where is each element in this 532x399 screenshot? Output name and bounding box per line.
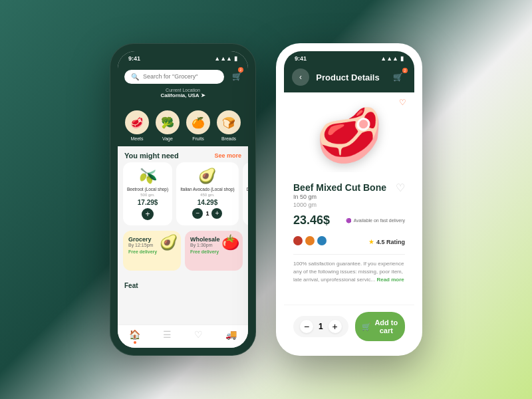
cart-button-2[interactable]: 🛒 2 xyxy=(390,69,406,85)
features-label: Feat xyxy=(124,282,138,289)
product-hero: 🥩 ♡ xyxy=(284,92,414,179)
phone-1-header: 🔍 🛒 2 Current Location California, USA ➤ xyxy=(118,65,248,105)
beetroot-add-button[interactable]: + xyxy=(142,208,154,220)
carrot-weight: 1000 gm. xyxy=(247,193,248,197)
product-price: 23.46$ xyxy=(293,213,330,227)
beetroot-img: 🫒 xyxy=(127,168,168,185)
price-row: 23.46$ 🟣 Available on fast delivery xyxy=(293,213,405,227)
battery-icon-2: ▮ xyxy=(400,55,404,62)
status-icons-1: ▲▲▲ ▮ xyxy=(214,55,237,62)
carrot-name: Deshi Gajor (Local Carrot) xyxy=(247,187,248,192)
bottom-action: − 1 + 🛒 Add to cart xyxy=(284,305,414,348)
avocado-weight: 450 gm. xyxy=(180,193,235,197)
product-detail-name: Beef Mixed Cut Bone xyxy=(293,182,386,194)
location-value: California, USA xyxy=(160,92,199,98)
categories-row: 🥩 Meets 🥦 Vage 🍊 Fruits 🍞 Breads xyxy=(118,105,248,146)
beetroot-weight: 500 gm. xyxy=(127,193,168,197)
category-breads[interactable]: 🍞 Breads xyxy=(217,110,241,141)
location-bar: Current Location California, USA ➤ xyxy=(124,88,241,98)
meets-label: Meets xyxy=(130,136,143,141)
avocado-qty: 1 xyxy=(205,210,209,217)
cart-badge-2: 2 xyxy=(402,68,408,73)
time-2: 9:41 xyxy=(295,55,307,62)
cart-btn-icon: 🛒 xyxy=(362,323,371,331)
see-more-button[interactable]: See more xyxy=(214,152,241,159)
product-card-avocado: 🥑 Italian Avocado (Local shop) 450 gm. 1… xyxy=(176,162,239,225)
color-red[interactable] xyxy=(293,236,303,245)
search-icon: 🔍 xyxy=(131,73,139,80)
delivery-text: Available on fast delivery xyxy=(354,218,405,223)
status-icons-2: ▲▲▲ ▮ xyxy=(380,55,404,62)
status-bar-2: 9:41 ▲▲▲ ▮ xyxy=(284,51,414,65)
carrot-img: 🥕 xyxy=(247,168,248,185)
vage-icon: 🥦 xyxy=(156,110,180,134)
qty-plus-button[interactable]: + xyxy=(329,320,342,333)
color-options xyxy=(293,236,327,245)
rating-row: ★ 4.5 Rating xyxy=(368,238,405,245)
phone-1-screen: 9:41 ▲▲▲ ▮ 🔍 🛒 2 Current Location Cali xyxy=(118,51,248,348)
nav-menu[interactable]: ☰ xyxy=(163,329,172,344)
avocado-plus-button[interactable]: + xyxy=(211,208,222,219)
search-bar[interactable]: 🔍 xyxy=(124,70,224,84)
delivery-badge: 🟣 Available on fast delivery xyxy=(346,218,405,223)
time-1: 9:41 xyxy=(128,55,140,62)
product-card-beetroot: 🫒 Beetroot (Local shop) 500 gm. 17.29$ + xyxy=(123,162,172,225)
battery-icon: ▮ xyxy=(234,55,237,62)
avocado-price: 14.29$ xyxy=(180,199,235,206)
grocery-emoji: 🥑 xyxy=(160,234,178,251)
product-heart-icon[interactable]: ♡ xyxy=(396,182,405,194)
signal-icon: ▲▲▲ xyxy=(214,55,232,62)
promo-wholesale[interactable]: Wholesale By 1:30pm Free delivery 🍅 xyxy=(185,231,243,271)
add-to-cart-button[interactable]: 🛒 Add to cart xyxy=(355,312,405,341)
wholesale-emoji: 🍅 xyxy=(221,234,239,251)
avocado-qty-control: − 1 + xyxy=(180,208,235,219)
product-card-carrot: 🥕 Deshi Gajor (Local Carrot) 1000 gm. 27… xyxy=(243,162,248,225)
breads-icon: 🍞 xyxy=(217,110,241,134)
menu-icon: ☰ xyxy=(163,329,172,340)
rating-text: 4.5 Rating xyxy=(376,239,405,245)
qty-minus-button[interactable]: − xyxy=(300,320,313,333)
add-to-cart-label: Add to cart xyxy=(374,319,398,334)
nav-wishlist[interactable]: ♡ xyxy=(194,329,203,344)
promo-grocery[interactable]: Grocery By 12:15pm Free delivery 🥑 xyxy=(123,231,181,271)
color-blue[interactable] xyxy=(317,236,327,245)
wishlist-button[interactable]: ♡ xyxy=(399,98,406,107)
nav-delivery[interactable]: 🚚 xyxy=(225,329,237,344)
promo-grid: Grocery By 12:15pm Free delivery 🥑 Whole… xyxy=(118,225,248,276)
delivery-emoji: 🟣 xyxy=(346,218,352,223)
read-more-button[interactable]: Read more xyxy=(376,277,404,283)
category-vage[interactable]: 🥦 Vage xyxy=(156,110,180,141)
color-orange[interactable] xyxy=(305,236,315,245)
delivery-icon: 🚚 xyxy=(225,329,237,340)
cart-badge-1: 2 xyxy=(238,67,243,72)
search-input[interactable] xyxy=(143,73,217,80)
qty-large-control: − 1 + xyxy=(293,316,348,337)
signal-icon-2: ▲▲▲ xyxy=(380,55,398,62)
home-icon: 🏠 xyxy=(129,329,140,340)
avocado-minus-button[interactable]: − xyxy=(192,208,203,219)
location-label: Current Location xyxy=(124,88,241,92)
nav-home[interactable]: 🏠 xyxy=(129,329,140,344)
beetroot-name: Beetroot (Local shop) xyxy=(127,187,168,192)
cart-icon-2: 🛒 xyxy=(393,72,403,82)
product-hero-img: 🥩 xyxy=(316,104,382,167)
category-meets[interactable]: 🥩 Meets xyxy=(125,110,149,141)
section-header: You might need See more xyxy=(118,146,248,162)
location-arrow-icon: ➤ xyxy=(201,92,205,98)
avocado-img: 🥑 xyxy=(180,168,235,185)
section-title: You might need xyxy=(124,152,179,160)
phone-2: 9:41 ▲▲▲ ▮ ‹ Product Details 🛒 2 🥩 ♡ xyxy=(276,43,422,356)
product-detail-weight: 1000 gm xyxy=(293,201,386,208)
breads-label: Breads xyxy=(221,136,236,141)
fruits-label: Fruits xyxy=(192,136,204,141)
category-fruits[interactable]: 🍊 Fruits xyxy=(186,110,210,141)
cart-button-1[interactable]: 🛒 2 xyxy=(232,68,242,84)
home-active-dot xyxy=(134,341,136,344)
product-description: 100% satisfaction guarantee. If you expe… xyxy=(293,254,405,284)
phone-1: 9:41 ▲▲▲ ▮ 🔍 🛒 2 Current Location Cali xyxy=(110,43,256,356)
products-grid: 🫒 Beetroot (Local shop) 500 gm. 17.29$ +… xyxy=(118,162,248,225)
avocado-name: Italian Avocado (Local shop) xyxy=(180,187,235,192)
beetroot-price: 17.29$ xyxy=(127,199,168,206)
qty-large-num: 1 xyxy=(319,322,323,331)
back-button[interactable]: ‹ xyxy=(292,68,309,86)
